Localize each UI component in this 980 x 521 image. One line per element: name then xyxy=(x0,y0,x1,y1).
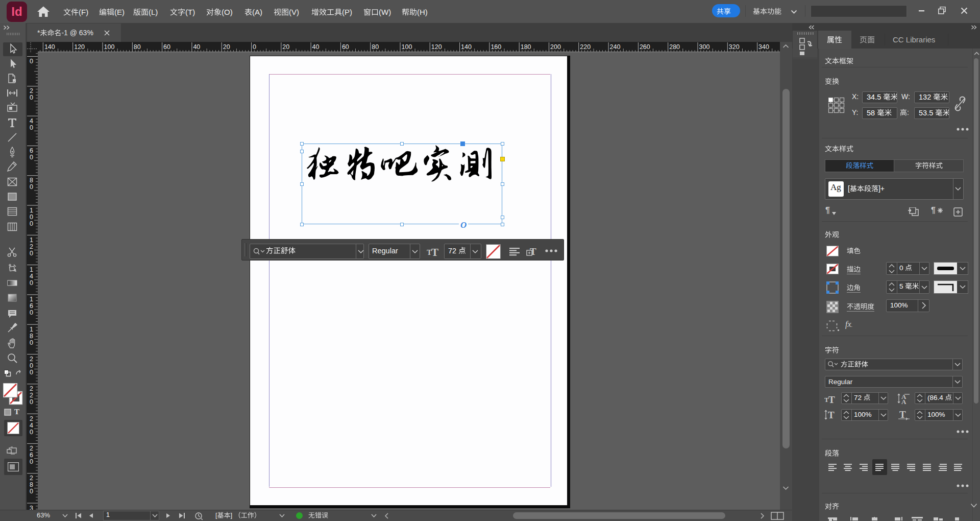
svg-text:Y:: Y: xyxy=(852,109,858,116)
svg-text:6: 6 xyxy=(30,452,33,459)
svg-text:T: T xyxy=(828,394,835,404)
svg-text:1: 1 xyxy=(30,296,33,303)
svg-text:120: 120 xyxy=(431,43,442,51)
svg-text:4: 4 xyxy=(30,117,33,125)
svg-text:8: 8 xyxy=(30,481,33,488)
svg-text:100%: 100% xyxy=(890,301,908,309)
svg-text:132: 132 xyxy=(919,93,931,101)
svg-text:0: 0 xyxy=(30,124,33,131)
svg-text:(O): (O) xyxy=(222,8,233,16)
svg-text:(T): (T) xyxy=(185,8,195,16)
svg-text:(86.4: (86.4 xyxy=(927,394,943,401)
svg-text:180: 180 xyxy=(521,43,531,51)
svg-text:0: 0 xyxy=(30,250,33,257)
svg-text:240: 240 xyxy=(610,43,621,51)
svg-text:Regular: Regular xyxy=(372,247,398,255)
svg-text:100%: 100% xyxy=(854,411,872,418)
svg-text:0: 0 xyxy=(30,309,33,316)
svg-text:280: 280 xyxy=(669,43,680,51)
svg-text:0: 0 xyxy=(30,488,33,495)
svg-text:2: 2 xyxy=(30,356,33,363)
svg-text:0: 0 xyxy=(30,429,33,436)
svg-text:5: 5 xyxy=(899,282,903,290)
svg-text:160: 160 xyxy=(491,43,501,51)
svg-text:2: 2 xyxy=(30,415,33,422)
svg-text:1: 1 xyxy=(30,266,33,273)
svg-text:20: 20 xyxy=(282,43,289,51)
svg-text:100: 100 xyxy=(104,43,115,51)
svg-text:20: 20 xyxy=(223,43,230,51)
svg-text:Regular: Regular xyxy=(828,378,853,386)
svg-text:120: 120 xyxy=(74,43,85,51)
svg-text:]: ] xyxy=(231,512,233,519)
svg-text:1: 1 xyxy=(30,207,33,214)
svg-text:40: 40 xyxy=(193,43,200,51)
svg-text:3: 3 xyxy=(30,505,33,510)
svg-text:72: 72 xyxy=(448,247,456,255)
svg-text:53.5: 53.5 xyxy=(919,109,933,117)
svg-text:72: 72 xyxy=(854,394,862,401)
svg-text:(E): (E) xyxy=(114,8,125,16)
svg-text:2: 2 xyxy=(30,243,33,250)
svg-text:4: 4 xyxy=(30,273,33,280)
svg-text:0: 0 xyxy=(253,43,256,51)
svg-text:(H): (H) xyxy=(417,8,428,16)
svg-text:A: A xyxy=(901,398,906,405)
svg-text:100: 100 xyxy=(402,43,412,51)
svg-text:0: 0 xyxy=(30,279,33,287)
svg-text:T: T xyxy=(431,246,438,257)
svg-text:1: 1 xyxy=(30,236,33,244)
svg-text:2: 2 xyxy=(30,445,33,452)
svg-text:T: T xyxy=(828,410,835,420)
svg-text:1: 1 xyxy=(106,511,110,518)
svg-text:0: 0 xyxy=(30,183,33,191)
svg-text:320: 320 xyxy=(729,43,740,51)
svg-text:60: 60 xyxy=(342,43,349,51)
svg-text::: : xyxy=(907,109,909,116)
svg-text:[: [ xyxy=(215,512,217,519)
svg-text:(W): (W) xyxy=(379,8,391,16)
svg-text:63%: 63% xyxy=(37,512,50,519)
svg-text:]+: ]+ xyxy=(878,185,885,193)
svg-text:34.5: 34.5 xyxy=(867,93,881,101)
svg-text:6: 6 xyxy=(30,147,33,154)
svg-text:260: 260 xyxy=(640,43,650,51)
svg-text:2: 2 xyxy=(30,475,33,482)
svg-text:300: 300 xyxy=(699,43,710,51)
svg-text:0: 0 xyxy=(30,398,33,406)
svg-text:*: * xyxy=(37,29,40,37)
svg-text:-1 @ 63%: -1 @ 63% xyxy=(61,29,93,37)
svg-text:0: 0 xyxy=(30,458,33,465)
svg-text:8: 8 xyxy=(30,333,33,340)
svg-text:1: 1 xyxy=(30,326,33,333)
svg-text:4: 4 xyxy=(30,422,33,429)
svg-text:80: 80 xyxy=(372,43,379,51)
svg-text:0: 0 xyxy=(30,339,33,346)
svg-text:X:: X: xyxy=(852,93,859,101)
svg-text:0: 0 xyxy=(30,214,33,221)
svg-text:0: 0 xyxy=(30,94,33,101)
svg-text:0: 0 xyxy=(30,369,33,376)
svg-text:0: 0 xyxy=(30,362,33,369)
svg-text:2: 2 xyxy=(30,87,33,94)
svg-text:80: 80 xyxy=(134,43,141,51)
svg-text:220: 220 xyxy=(580,43,591,51)
svg-text:140: 140 xyxy=(44,43,55,51)
svg-text:T: T xyxy=(899,409,906,420)
svg-text:0: 0 xyxy=(899,264,903,272)
svg-text:[: [ xyxy=(848,185,850,193)
svg-text:58: 58 xyxy=(867,109,875,117)
svg-text:40: 40 xyxy=(312,43,320,51)
svg-text:(F): (F) xyxy=(79,8,88,16)
svg-text:(P): (P) xyxy=(342,8,352,16)
svg-text:CC Libraries: CC Libraries xyxy=(893,36,935,44)
svg-text:200: 200 xyxy=(550,43,561,51)
svg-text:2: 2 xyxy=(30,385,33,392)
svg-text:(V): (V) xyxy=(289,8,299,16)
svg-text:100%: 100% xyxy=(927,411,945,418)
svg-text:340: 340 xyxy=(758,43,769,51)
svg-text:(A): (A) xyxy=(252,8,262,16)
svg-text:60: 60 xyxy=(163,43,170,51)
svg-text:(L): (L) xyxy=(149,8,158,16)
svg-text:W:: W: xyxy=(901,93,910,101)
